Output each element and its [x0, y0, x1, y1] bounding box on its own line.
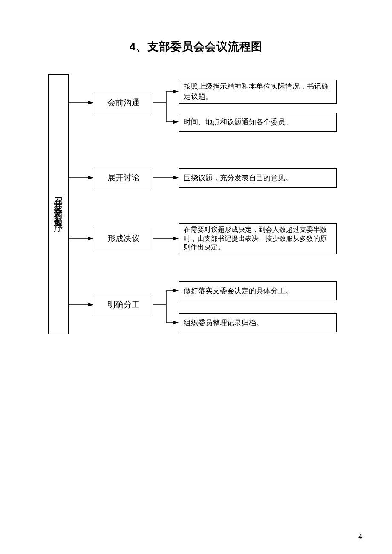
step-2-label: 展开讨论: [107, 172, 140, 183]
step-1-detail-2-text: 时间、地点和议题通知各个委员。: [184, 117, 292, 127]
page-title: 4、支部委员会会议流程图: [0, 39, 392, 54]
step-3-detail-1-text: 在需要对议题形成决定，到会人数超过支委半数时，由支部书记提出表决，按少数服从多数…: [184, 225, 332, 252]
step-1-detail-2: 时间、地点和议题通知各个委员。: [179, 113, 337, 132]
step-4-detail-1: 做好落实支委会决定的具体分工。: [179, 281, 337, 300]
step-1: 会前沟通: [94, 92, 153, 113]
step-2: 展开讨论: [94, 167, 153, 188]
page-number: 4: [358, 532, 362, 541]
step-3-detail-1: 在需要对议题形成决定，到会人数超过支委半数时，由支部书记提出表决，按少数服从多数…: [179, 223, 337, 254]
step-3: 形成决议: [94, 228, 153, 249]
step-4-detail-2: 组织委员整理记录归档。: [179, 313, 337, 332]
step-3-label: 形成决议: [107, 233, 140, 244]
step-4-detail-1-text: 做好落实支委会决定的具体分工。: [184, 286, 292, 296]
step-4-label: 明确分工: [107, 299, 140, 310]
step-1-detail-1-text: 按照上级指示精神和本单位实际情况，书记确定议题。: [184, 81, 332, 102]
step-4-detail-2-text: 组织委员整理记录归档。: [184, 318, 263, 328]
root-label: 召开支部委员会一般程序: [52, 190, 64, 218]
step-1-detail-1: 按照上级指示精神和本单位实际情况，书记确定议题。: [179, 80, 337, 104]
root-box: 召开支部委员会一般程序: [48, 74, 69, 334]
step-2-detail-1-text: 围绕议题，充分发表自己的意见。: [184, 173, 292, 183]
step-1-label: 会前沟通: [107, 97, 140, 108]
step-2-detail-1: 围绕议题，充分发表自己的意见。: [179, 168, 337, 188]
page: 4、支部委员会会议流程图 召开支部委员会一般程序 会前沟通 按照上级指示精神和本…: [0, 0, 392, 554]
step-4: 明确分工: [94, 294, 153, 315]
